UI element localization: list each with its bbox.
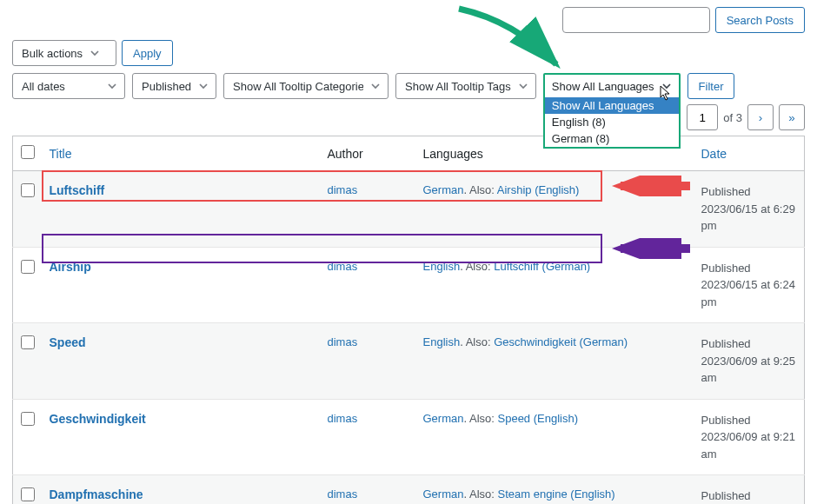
language-also-link[interactable]: Steam engine (English): [498, 487, 615, 501]
row-checkbox[interactable]: [21, 183, 35, 197]
current-page-input[interactable]: [687, 104, 718, 130]
chevron-down-icon: [516, 79, 530, 93]
status-label: Published: [142, 80, 191, 93]
category-label: Show All Tooltip Categories: [233, 80, 363, 93]
languages-dropdown: Show All Languages English (8) German (8…: [543, 97, 681, 149]
dates-label: All dates: [22, 80, 65, 93]
date-cell: Published2023/06/09 at 8:42 am: [694, 475, 805, 505]
language-primary-link[interactable]: German: [423, 183, 464, 196]
language-option[interactable]: Show All Languages: [545, 97, 679, 114]
pages-total-label: of 3: [723, 111, 742, 124]
chevron-down-icon: [660, 79, 674, 93]
author-link[interactable]: dimas: [328, 487, 358, 501]
row-checkbox[interactable]: [21, 335, 35, 349]
tags-select[interactable]: Show All Tooltip Tags: [395, 73, 536, 99]
language-also-link[interactable]: Airship (English): [497, 183, 580, 196]
language-option[interactable]: English (8): [545, 114, 679, 130]
bulk-actions-select[interactable]: Bulk actions: [12, 40, 116, 66]
bulk-actions-label: Bulk actions: [22, 47, 83, 60]
date-cell: Published2023/06/15 at 6:29 pm: [694, 171, 805, 248]
chevron-down-icon: [88, 46, 102, 60]
dates-select[interactable]: All dates: [12, 73, 125, 99]
languages-label: Show All Languages: [552, 80, 654, 93]
date-cell: Published2023/06/09 at 9:25 am: [694, 323, 805, 400]
next-page-button[interactable]: ›: [747, 104, 774, 130]
language-option[interactable]: German (8): [545, 130, 679, 147]
table-row: Airship dimas English. Also: Luftschiff …: [13, 247, 805, 323]
column-header-date[interactable]: Date: [694, 136, 805, 171]
languages-select[interactable]: Show All Languages: [543, 73, 681, 99]
table-row: Speed dimas English. Also: Geschwindigke…: [13, 323, 805, 400]
column-header-author: Author: [321, 136, 416, 171]
filter-button[interactable]: Filter: [687, 73, 735, 99]
post-title-link[interactable]: Speed: [50, 335, 86, 349]
tags-label: Show All Tooltip Tags: [405, 80, 511, 93]
post-title-link[interactable]: Dampfmaschine: [50, 487, 143, 501]
author-link[interactable]: dimas: [328, 183, 358, 196]
status-select[interactable]: Published: [132, 73, 216, 99]
date-cell: Published2023/06/09 at 9:21 am: [694, 399, 805, 475]
author-link[interactable]: dimas: [328, 412, 358, 425]
language-primary-link[interactable]: German: [423, 412, 464, 425]
table-row: Geschwindigkeit dimas German. Also: Spee…: [13, 399, 805, 475]
post-title-link[interactable]: Airship: [50, 260, 91, 274]
posts-table: Title Author Languages Date Luftschiff d…: [12, 136, 805, 504]
column-header-title[interactable]: Title: [43, 136, 321, 171]
chevron-down-icon: [369, 79, 382, 93]
chevron-down-icon: [105, 79, 119, 93]
language-also-link[interactable]: Geschwindigkeit (German): [494, 335, 628, 348]
apply-button[interactable]: Apply: [122, 40, 173, 66]
post-title-link[interactable]: Geschwindigkeit: [50, 412, 146, 426]
row-checkbox[interactable]: [21, 412, 35, 426]
language-primary-link[interactable]: German: [423, 487, 464, 501]
author-link[interactable]: dimas: [328, 260, 358, 273]
language-also-link[interactable]: Luftschiff (German): [494, 260, 590, 273]
search-input[interactable]: [562, 7, 710, 33]
category-select[interactable]: Show All Tooltip Categories: [223, 73, 389, 99]
table-row: Dampfmaschine dimas German. Also: Steam …: [13, 475, 805, 505]
row-checkbox[interactable]: [21, 260, 35, 274]
row-checkbox[interactable]: [21, 487, 35, 501]
last-page-button[interactable]: »: [779, 104, 805, 130]
language-primary-link[interactable]: English: [423, 335, 461, 348]
chevron-down-icon: [196, 79, 210, 93]
author-link[interactable]: dimas: [328, 335, 358, 348]
date-cell: Published2023/06/15 at 6:24 pm: [694, 247, 805, 323]
language-primary-link[interactable]: English: [423, 260, 461, 273]
post-title-link[interactable]: Luftschiff: [50, 183, 105, 197]
select-all-checkbox[interactable]: [21, 145, 35, 159]
search-posts-button[interactable]: Search Posts: [715, 7, 805, 33]
language-also-link[interactable]: Speed (English): [498, 412, 579, 425]
table-row: Luftschiff dimas German. Also: Airship (…: [13, 171, 805, 248]
